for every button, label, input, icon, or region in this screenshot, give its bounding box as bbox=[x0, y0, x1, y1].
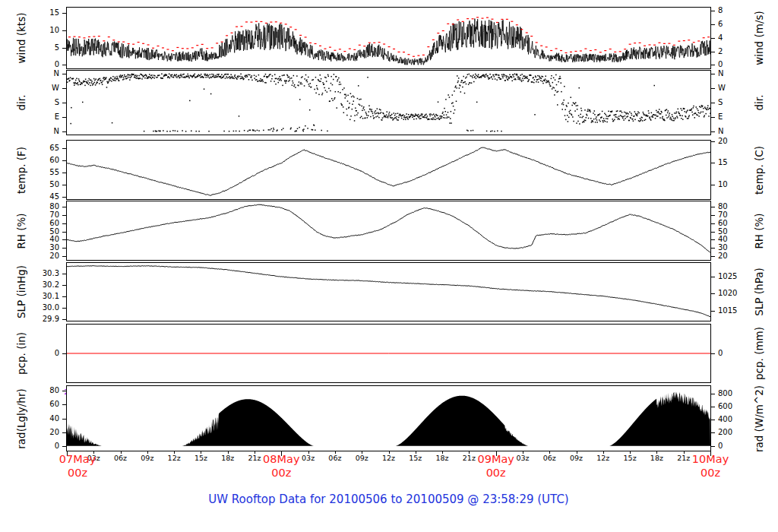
dir-left-tick-label: S bbox=[26, 99, 59, 106]
time-axis-hour-label: 18z bbox=[645, 454, 668, 462]
slp-left-tick-label: 30.2 bbox=[26, 281, 59, 289]
slp-left-tick-label: 29.9 bbox=[26, 315, 59, 323]
day-label-hour: 00z bbox=[258, 467, 304, 479]
slp-panel bbox=[66, 262, 711, 321]
wind-left-tick-label: 15 bbox=[26, 9, 59, 17]
rh-right-tick-label: 60 bbox=[718, 220, 728, 227]
rad-left-tick-label: 0 bbox=[26, 442, 59, 450]
time-axis-hour-label: 09z bbox=[565, 454, 588, 462]
pcp-plot-canvas bbox=[67, 325, 710, 382]
time-axis-hour-label: 15z bbox=[404, 454, 427, 462]
time-axis-hour-label: 12z bbox=[378, 454, 400, 462]
wind-left-tick-label: 0 bbox=[26, 61, 59, 68]
rh-left-tick-label: 60 bbox=[26, 220, 59, 227]
day-label-hour: 00z bbox=[55, 467, 100, 479]
pcp-left-tick-label: 0 bbox=[26, 350, 59, 357]
rad-left-axis-title: rad(Lgly/hr) bbox=[15, 366, 27, 472]
pcp-right-tick-label: 0 bbox=[718, 350, 723, 357]
dir-left-tick-label: N bbox=[26, 128, 59, 135]
rh-plot-canvas bbox=[67, 201, 710, 260]
dir-right-tick-label: E bbox=[718, 113, 723, 121]
pcp-panel bbox=[66, 324, 711, 383]
wind-left-tick-label: 10 bbox=[26, 27, 59, 34]
temp-left-tick-label: 60 bbox=[26, 157, 59, 164]
day-label-hour: 00z bbox=[688, 467, 733, 479]
slp-left-tick-label: 30.3 bbox=[26, 270, 59, 277]
wind-right-tick-label: 6 bbox=[718, 21, 723, 28]
rh-left-tick-label: 30 bbox=[26, 244, 59, 252]
temp-panel bbox=[66, 140, 711, 200]
temp-left-tick-label: 50 bbox=[26, 181, 59, 188]
time-axis-hour-label: 15z bbox=[189, 454, 212, 462]
slp-left-tick-label: 30.0 bbox=[26, 304, 59, 312]
time-axis-hour-label: 12z bbox=[163, 454, 185, 462]
wind-right-tick-label: 4 bbox=[718, 34, 723, 42]
day-label-hour: 00z bbox=[473, 467, 519, 479]
rh-left-tick-label: 20 bbox=[26, 252, 59, 260]
wind-right-tick-label: 0 bbox=[718, 61, 723, 68]
temp-right-tick-label: 20 bbox=[718, 138, 728, 145]
rh-left-tick-label: 70 bbox=[26, 211, 59, 219]
slp-left-tick-label: 30.1 bbox=[26, 293, 59, 300]
slp-right-tick-label: 1020 bbox=[718, 290, 737, 297]
dir-right-tick-label: N bbox=[718, 128, 723, 135]
wind-panel bbox=[66, 7, 711, 69]
wind-plot-canvas bbox=[67, 8, 710, 68]
day-label-date: 09May bbox=[473, 453, 519, 465]
temp-right-tick-label: 10 bbox=[718, 181, 728, 188]
rad-plot-canvas bbox=[67, 386, 710, 451]
slp-right-tick-label: 1015 bbox=[718, 307, 737, 315]
rad-right-tick-label: 800 bbox=[718, 390, 732, 397]
rh-panel bbox=[66, 201, 711, 261]
time-axis-hour-label: 18z bbox=[217, 454, 239, 462]
dir-right-tick-label: W bbox=[718, 84, 726, 92]
rh-right-tick-label: 40 bbox=[718, 236, 728, 243]
meteogram-figure: UW Rooftop Data for 20100506 to 20100509… bbox=[0, 0, 778, 532]
time-axis-hour-label: 09z bbox=[350, 454, 373, 462]
rad-right-tick-label: 0 bbox=[718, 442, 723, 450]
rad-right-tick-label: 400 bbox=[718, 416, 732, 423]
figure-title: UW Rooftop Data for 20100506 to 20100509… bbox=[123, 492, 655, 506]
slp-plot-canvas bbox=[67, 263, 710, 321]
dir-plot-canvas bbox=[67, 71, 710, 135]
time-axis-hour-label: 06z bbox=[538, 454, 561, 462]
time-axis-hour-label: 18z bbox=[431, 454, 454, 462]
dir-panel bbox=[66, 70, 711, 135]
temp-left-tick-label: 55 bbox=[26, 169, 59, 176]
dir-left-tick-label: W bbox=[26, 84, 59, 92]
rh-left-tick-label: 80 bbox=[26, 203, 59, 211]
day-label-date: 07May bbox=[55, 453, 100, 465]
rh-right-tick-label: 50 bbox=[718, 228, 728, 236]
rad-left-tick-label: 20 bbox=[26, 429, 59, 436]
time-axis-hour-label: 06z bbox=[109, 454, 132, 462]
rh-right-tick-label: 20 bbox=[718, 252, 728, 260]
time-axis-hour-label: 12z bbox=[592, 454, 615, 462]
dir-left-tick-label: N bbox=[26, 70, 59, 78]
wind-right-tick-label: 8 bbox=[718, 7, 723, 14]
dir-right-tick-label: N bbox=[718, 70, 723, 78]
rad-panel bbox=[66, 385, 711, 451]
rh-left-tick-label: 40 bbox=[26, 236, 59, 243]
dir-right-tick-label: S bbox=[718, 99, 723, 106]
day-label-date: 10May bbox=[688, 453, 733, 465]
rh-left-tick-label: 50 bbox=[26, 228, 59, 236]
rh-right-tick-label: 70 bbox=[718, 211, 728, 219]
rh-right-tick-label: 80 bbox=[718, 203, 728, 211]
temp-left-tick-label: 45 bbox=[26, 193, 59, 201]
rad-left-tick-label: 60 bbox=[26, 401, 59, 408]
rad-right-axis-title: rad (W/m^2) bbox=[753, 366, 765, 472]
rh-right-tick-label: 30 bbox=[718, 244, 728, 252]
time-axis-hour-label: 09z bbox=[136, 454, 159, 462]
rad-left-tick-label: 80 bbox=[26, 387, 59, 394]
dir-left-tick-label: E bbox=[26, 113, 59, 121]
time-axis-hour-label: 15z bbox=[618, 454, 641, 462]
time-axis-hour-label: 06z bbox=[324, 454, 346, 462]
day-label-date: 08May bbox=[258, 453, 304, 465]
wind-right-tick-label: 2 bbox=[718, 48, 723, 55]
slp-right-tick-label: 1025 bbox=[718, 273, 737, 280]
temp-plot-canvas bbox=[67, 141, 710, 199]
temp-right-tick-label: 15 bbox=[718, 159, 728, 166]
rad-left-tick-label: 40 bbox=[26, 415, 59, 423]
temp-left-tick-label: 65 bbox=[26, 144, 59, 152]
wind-left-tick-label: 5 bbox=[26, 44, 59, 52]
